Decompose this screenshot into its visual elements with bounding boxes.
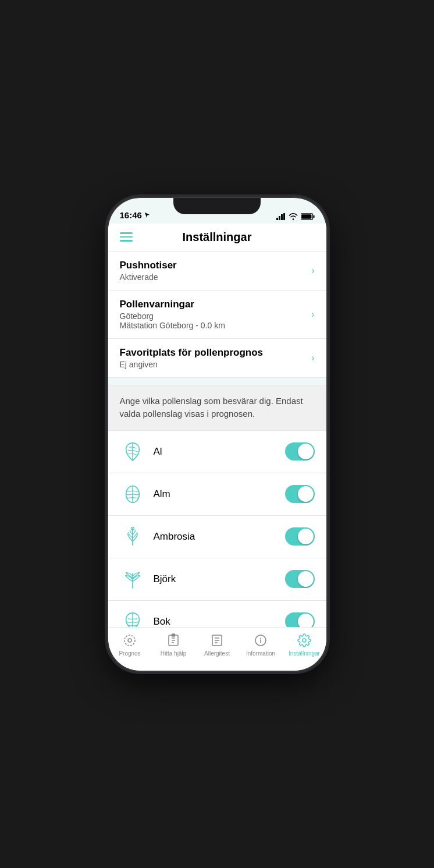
nav-information-label: Information (246, 650, 275, 657)
pollen-section: Al A (108, 431, 326, 627)
nav-installningar-label: Inställningar (289, 650, 320, 657)
nav-hitta-hjalp[interactable]: Hitta hjälp (156, 632, 191, 657)
favoritplats-chevron: › (311, 353, 314, 363)
pushnotiser-chevron: › (311, 265, 314, 276)
pollenvarningar-title: Pollenvarningar (120, 299, 306, 310)
pollen-description: Ange vilka pollenslag som besvärar dig. … (108, 385, 326, 431)
pollen-row-alm: Alm (108, 473, 326, 516)
alm-toggle[interactable] (285, 485, 315, 503)
nav-allergitest-label: Allergitest (204, 650, 230, 657)
nav-information[interactable]: Information (243, 632, 278, 657)
information-icon (252, 632, 269, 649)
al-name: Al (154, 446, 285, 458)
bjork-toggle-knob (298, 571, 314, 587)
bok-name: Bok (154, 616, 285, 627)
phone-frame: 16:46 (108, 198, 326, 671)
signal-icon (276, 213, 286, 220)
bok-toggle-knob (298, 614, 314, 627)
ambrosia-toggle[interactable] (285, 527, 315, 545)
svg-point-15 (303, 639, 306, 642)
app-header: Inställningar (108, 224, 326, 251)
al-icon (120, 439, 145, 465)
nav-allergitest[interactable]: Allergitest (200, 632, 234, 657)
favoritplats-title: Favoritplats för pollenprognos (120, 347, 306, 359)
bok-toggle[interactable] (285, 612, 315, 627)
status-icons (276, 213, 315, 220)
ambrosia-icon (120, 524, 145, 550)
al-toggle-knob (298, 444, 314, 459)
al-toggle[interactable] (285, 442, 315, 460)
svg-rect-3 (283, 213, 285, 220)
pollen-row-ambrosia: Ambrosia (108, 516, 326, 558)
page-title: Inställningar (133, 231, 302, 244)
alm-toggle-knob (298, 486, 314, 502)
nav-prognos-label: Prognos (119, 650, 140, 657)
ambrosia-toggle-knob (298, 529, 314, 544)
notch (173, 198, 261, 214)
svg-point-9 (124, 635, 135, 646)
pollenvarningar-chevron: › (311, 309, 314, 320)
bottom-nav: Prognos Hitta hjälp (108, 627, 326, 671)
pollenvarningar-subtitle2: Mätstation Göteborg - 0.0 km (120, 321, 306, 330)
bjork-name: Björk (154, 573, 285, 585)
svg-rect-12 (172, 634, 175, 636)
nav-hitta-hjalp-label: Hitta hjälp (161, 650, 186, 657)
prognos-icon (122, 632, 138, 649)
alm-icon (120, 481, 145, 507)
hamburger-menu[interactable] (120, 232, 133, 242)
svg-rect-5 (313, 215, 314, 217)
phone-screen: 16:46 (108, 198, 326, 671)
installningar-icon (296, 632, 312, 649)
wifi-icon (289, 213, 298, 220)
location-arrow-icon (144, 212, 150, 218)
svg-point-10 (128, 639, 131, 642)
svg-rect-1 (279, 216, 280, 220)
pollen-row-al: Al (108, 431, 326, 473)
alm-name: Alm (154, 488, 285, 500)
pollen-row-bok: Bok (108, 601, 326, 627)
allergitest-icon (209, 632, 225, 649)
bjork-icon (120, 566, 145, 592)
nav-prognos[interactable]: Prognos (112, 632, 147, 657)
favoritplats-row[interactable]: Favoritplats för pollenprognos Ej angive… (108, 339, 326, 378)
bjork-toggle[interactable] (285, 570, 315, 588)
bok-icon (120, 609, 145, 627)
scroll-content[interactable]: Pushnotiser Aktiverade › Pollenvarningar… (108, 251, 326, 627)
nav-installningar[interactable]: Inställningar (287, 632, 322, 657)
hitta-hjalp-icon (165, 632, 182, 649)
pollenvarningar-subtitle1: Göteborg (120, 311, 306, 321)
pushnotiser-subtitle: Aktiverade (120, 272, 306, 282)
ambrosia-name: Ambrosia (154, 531, 285, 543)
svg-rect-0 (276, 218, 278, 220)
svg-rect-6 (301, 214, 311, 219)
pollenvarningar-row[interactable]: Pollenvarningar Göteborg Mätstation Göte… (108, 290, 326, 339)
pushnotiser-row[interactable]: Pushnotiser Aktiverade › (108, 251, 326, 290)
settings-section: Pushnotiser Aktiverade › Pollenvarningar… (108, 251, 326, 378)
pushnotiser-title: Pushnotiser (120, 260, 306, 271)
battery-icon (301, 213, 315, 220)
favoritplats-subtitle: Ej angiven (120, 360, 306, 369)
status-time: 16:46 (120, 210, 142, 220)
pollen-row-bjork: Björk (108, 558, 326, 601)
svg-rect-2 (281, 214, 283, 220)
